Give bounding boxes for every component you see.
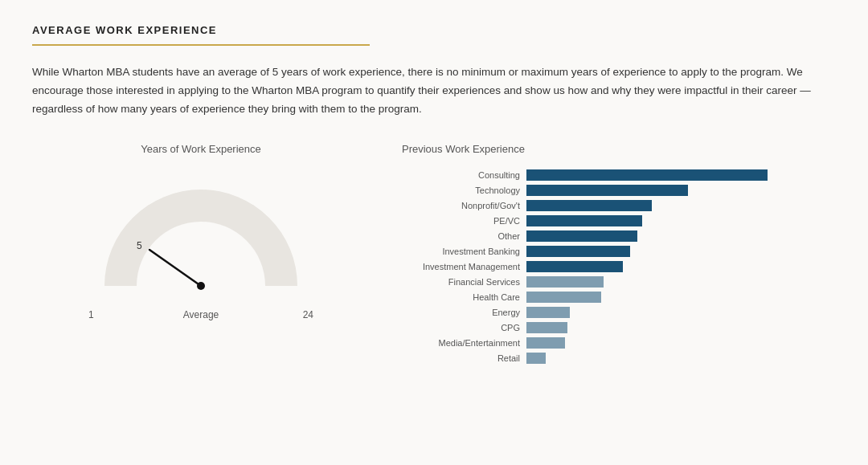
description-text: While Wharton MBA students have an avera…: [32, 63, 820, 119]
bar-fill: [526, 200, 652, 211]
bar-label: Investment Management: [402, 262, 526, 271]
bar-label: Retail: [402, 353, 526, 363]
gauge-avg-label: Average: [183, 309, 219, 320]
bar-fill: [526, 230, 637, 242]
bar-label: Consulting: [402, 170, 526, 180]
bar-label: Nonprofit/Gov't: [402, 201, 526, 210]
bar-label: Financial Services: [402, 277, 526, 287]
bar-fill: [526, 185, 688, 196]
bar-fill: [526, 322, 567, 333]
bar-label: Technology: [402, 186, 526, 195]
bar-fill: [526, 261, 623, 272]
bar-row: Media/Entertainment: [402, 337, 836, 349]
bar-row: Investment Management: [402, 261, 836, 272]
bar-row: Consulting: [402, 169, 836, 181]
bar-label: Media/Entertainment: [402, 338, 526, 348]
title-underline: [32, 44, 370, 46]
bar-label: Health Care: [402, 292, 526, 302]
bar-fill: [526, 215, 642, 226]
bar-row: Nonprofit/Gov't: [402, 200, 836, 211]
gauge-svg: [88, 169, 313, 298]
gauge-max-label: 24: [303, 309, 313, 320]
gauge-pointer-label: 5: [137, 240, 142, 251]
bar-label: Investment Banking: [402, 247, 526, 256]
bar-fill: [526, 337, 565, 349]
bar-row: Technology: [402, 185, 836, 196]
svg-point-1: [197, 282, 205, 290]
bar-label: Other: [402, 231, 526, 241]
bar-row: Energy: [402, 307, 836, 318]
bar-row: Retail: [402, 353, 836, 364]
bar-row: Investment Banking: [402, 246, 836, 257]
bar-fill: [526, 307, 570, 318]
gauge-axis-labels: 1 Average 24: [88, 309, 313, 325]
gauge-min-label: 1: [88, 309, 94, 320]
gauge-section: Years of Work Experience 5: [32, 143, 370, 325]
bar-fill: [526, 169, 768, 181]
bar-chart: ConsultingTechnologyNonprofit/Gov'tPE/VC…: [402, 169, 836, 368]
bar-fill: [526, 246, 630, 257]
page-title: AVERAGE WORK EXPERIENCE: [32, 24, 836, 36]
bar-row: PE/VC: [402, 215, 836, 226]
bar-row: Health Care: [402, 292, 836, 303]
bar-fill: [526, 276, 604, 288]
bar-row: CPG: [402, 322, 836, 333]
bar-label: PE/VC: [402, 216, 526, 226]
bar-section: Previous Work Experience ConsultingTechn…: [370, 143, 836, 368]
gauge-chart: 5: [88, 169, 313, 306]
bar-fill: [526, 353, 546, 364]
bar-label: Energy: [402, 308, 526, 317]
bar-row: Financial Services: [402, 276, 836, 288]
charts-container: Years of Work Experience 5: [32, 143, 836, 368]
bar-row: Other: [402, 230, 836, 242]
bar-label: CPG: [402, 323, 526, 332]
bar-fill: [526, 292, 601, 303]
gauge-title: Years of Work Experience: [141, 143, 261, 155]
bar-chart-title: Previous Work Experience: [402, 143, 525, 155]
